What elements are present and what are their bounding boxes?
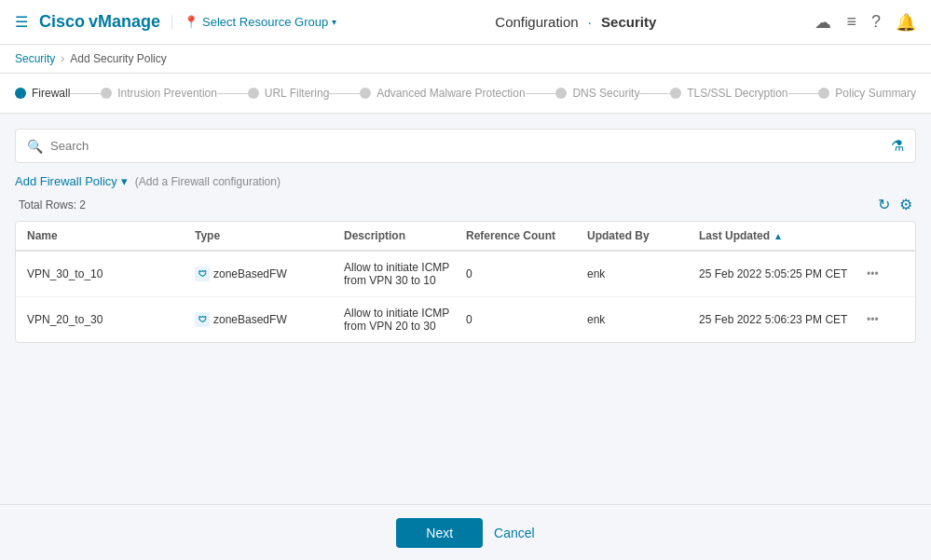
step-label-firewall: Firewall [32, 87, 70, 100]
breadcrumb-parent[interactable]: Security [15, 52, 55, 65]
sort-icon-last-updated: ▲ [774, 231, 783, 241]
table-row: VPN_30_to_10🛡zoneBasedFWAllow to initiat… [16, 252, 915, 297]
cell-updated-by: enk [587, 313, 699, 326]
filter-icon[interactable]: ⚗ [891, 137, 904, 155]
step-line-3 [526, 93, 556, 94]
breadcrumb: Security › Add Security Policy [0, 45, 931, 74]
nav-right: ☁ ≡ ? 🔔 [815, 12, 916, 33]
table-actions: ↻ ⚙ [878, 196, 912, 213]
data-table: NameTypeDescriptionReference CountUpdate… [15, 221, 916, 343]
location-icon: 📍 [184, 15, 199, 29]
breadcrumb-separator: › [61, 52, 64, 65]
wizard-step-summary[interactable]: Policy Summary [818, 87, 916, 100]
brand-vmanage: vManage [89, 12, 160, 32]
cancel-button[interactable]: Cancel [494, 526, 535, 540]
step-label-malware: Advanced Malware Protection [377, 87, 525, 100]
brand-cisco: Cisco [39, 12, 85, 32]
cell-updated-by: enk [587, 267, 699, 280]
next-button[interactable]: Next [396, 518, 483, 548]
step-label-intrusion: Intrusion Prevention [117, 87, 217, 100]
brand: Cisco vManage [39, 12, 160, 32]
page-title: Configuration [495, 14, 578, 30]
resource-group-label: Select Resource Group [202, 15, 328, 29]
step-line-5 [788, 93, 819, 94]
cell-description: Allow to initiate ICMP from VPN 30 to 10 [344, 261, 466, 287]
top-nav: ☰ Cisco vManage 📍 Select Resource Group … [0, 0, 931, 45]
step-label-url: URL Filtering [265, 87, 330, 100]
add-firewall-policy-button[interactable]: Add Firewall Policy ▾ [15, 174, 128, 188]
step-label-dns: DNS Security [572, 87, 639, 100]
col-header-name[interactable]: Name [27, 229, 195, 242]
wizard-step-url[interactable]: URL Filtering [248, 87, 330, 100]
cell-name: VPN_20_to_30 [27, 313, 195, 326]
step-line-1 [217, 93, 248, 94]
nav-left: ☰ Cisco vManage 📍 Select Resource Group … [15, 12, 336, 32]
resource-group-selector[interactable]: 📍 Select Resource Group ▾ [171, 15, 336, 29]
col-header-type[interactable]: Type [195, 229, 344, 242]
step-dot-tls [670, 88, 681, 99]
cloud-icon[interactable]: ☁ [815, 12, 831, 33]
cell-type: 🛡zoneBasedFW [195, 312, 344, 327]
step-line-4 [639, 93, 670, 94]
wizard-step-intrusion[interactable]: Intrusion Prevention [101, 87, 217, 100]
zone-fw-icon: 🛡 [195, 312, 210, 327]
type-label: zoneBasedFW [213, 313, 287, 326]
row-more-menu[interactable]: ••• [867, 267, 904, 280]
bottom-bar: Next Cancel [0, 504, 931, 560]
cell-name: VPN_30_to_10 [27, 267, 195, 280]
cell-description: Allow to initiate ICMP from VPN 20 to 30 [344, 307, 466, 333]
chevron-down-icon: ▾ [332, 17, 336, 27]
wizard-step-dns[interactable]: DNS Security [555, 87, 639, 100]
wizard-steps: FirewallIntrusion PreventionURL Filterin… [0, 74, 931, 114]
wizard-step-firewall[interactable]: Firewall [15, 87, 70, 100]
wizard-step-malware[interactable]: Advanced Malware Protection [360, 87, 525, 100]
search-icon: 🔍 [27, 139, 43, 154]
col-header-updated_by[interactable]: Updated By [587, 229, 699, 242]
search-input[interactable] [50, 139, 883, 153]
add-policy-row: Add Firewall Policy ▾ (Add a Firewall co… [15, 174, 916, 188]
step-dot-dns [555, 88, 567, 99]
col-header-description[interactable]: Description [344, 229, 466, 242]
step-dot-intrusion [101, 88, 112, 99]
cell-type: 🛡zoneBasedFW [195, 266, 344, 281]
total-rows-label: Total Rows: 2 [19, 198, 86, 212]
add-policy-label: Add Firewall Policy [15, 174, 117, 188]
step-dot-firewall [15, 88, 26, 99]
step-line-2 [329, 93, 360, 94]
step-line-0 [70, 93, 101, 94]
row-more-menu[interactable]: ••• [867, 313, 904, 326]
add-policy-hint: (Add a Firewall configuration) [135, 175, 281, 188]
cell-last-updated: 25 Feb 2022 5:06:23 PM CET [699, 313, 867, 326]
table-head-row: NameTypeDescriptionReference CountUpdate… [16, 222, 915, 250]
table-row: VPN_20_to_30🛡zoneBasedFWAllow to initiat… [16, 297, 915, 342]
table-header-row: Total Rows: 2 ↻ ⚙ [15, 196, 916, 213]
bell-icon[interactable]: 🔔 [896, 12, 916, 33]
main-content: 🔍 ⚗ Add Firewall Policy ▾ (Add a Firewal… [0, 114, 931, 495]
breadcrumb-current: Add Security Policy [70, 52, 166, 65]
hamburger-icon[interactable]: ☰ [15, 13, 28, 31]
menu-icon[interactable]: ≡ [846, 12, 856, 32]
title-separator: · [588, 14, 592, 30]
cell-ref-count: 0 [466, 313, 587, 326]
step-label-summary: Policy Summary [835, 87, 916, 100]
chevron-down-icon: ▾ [121, 174, 128, 188]
page-section: Security [601, 14, 656, 30]
refresh-icon[interactable]: ↻ [878, 196, 890, 213]
table-head: NameTypeDescriptionReference CountUpdate… [16, 222, 915, 252]
help-icon[interactable]: ? [871, 12, 881, 32]
col-header-actions [867, 229, 904, 242]
step-dot-summary [818, 88, 829, 99]
zone-fw-icon: 🛡 [195, 266, 210, 281]
step-label-tls: TLS/SSL Decryption [687, 87, 787, 100]
cell-last-updated: 25 Feb 2022 5:05:25 PM CET [699, 267, 867, 280]
col-header-ref_count[interactable]: Reference Count [466, 229, 587, 242]
wizard-step-tls[interactable]: TLS/SSL Decryption [670, 87, 787, 100]
type-label: zoneBasedFW [213, 267, 287, 280]
settings-icon[interactable]: ⚙ [899, 196, 912, 213]
table-body: VPN_30_to_10🛡zoneBasedFWAllow to initiat… [16, 252, 915, 342]
search-bar: 🔍 ⚗ [15, 129, 916, 163]
col-header-last_updated[interactable]: Last Updated▲ [699, 229, 867, 242]
cell-ref-count: 0 [466, 267, 587, 280]
step-dot-malware [360, 88, 371, 99]
page-title-area: Configuration · Security [495, 14, 656, 30]
